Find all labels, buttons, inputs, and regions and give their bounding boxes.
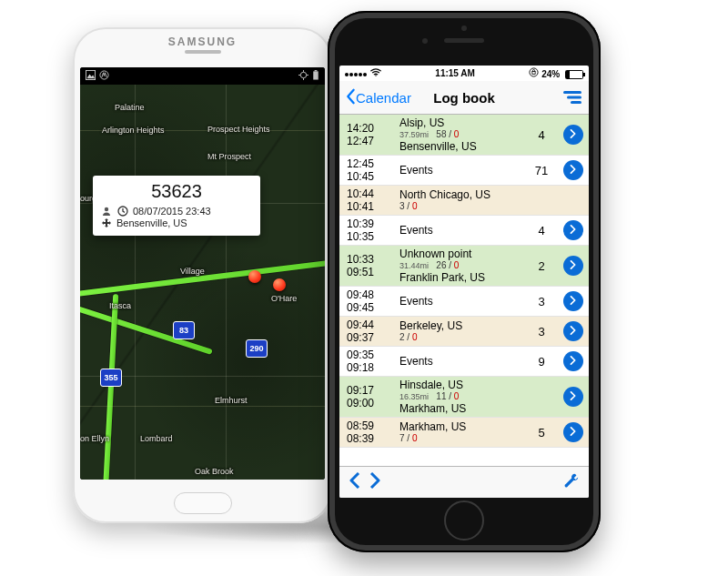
entry-title: Hinsdale, US bbox=[399, 379, 522, 391]
log-entry[interactable]: 09:3509:18Events9 bbox=[339, 347, 589, 377]
back-button[interactable]: Calendar bbox=[345, 88, 411, 107]
entry-title: Berkeley, US bbox=[399, 319, 522, 332]
svg-point-12 bbox=[375, 75, 377, 76]
entry-times: 09:4809:45 bbox=[339, 287, 397, 316]
disclosure-button[interactable] bbox=[563, 125, 583, 145]
entry-times: 12:4510:45 bbox=[339, 156, 397, 185]
log-entry[interactable]: 10:3910:35Events4 bbox=[339, 216, 589, 246]
iphone-frame: 11:15 AM 24% Calendar Log book bbox=[328, 11, 601, 552]
map-city-label: Village bbox=[180, 267, 205, 276]
map-city-label: Arlington Heights bbox=[102, 126, 165, 135]
entry-count: 2 bbox=[525, 246, 558, 286]
map-callout[interactable]: 53623 08/07/2015 23:43 Bensenville, US bbox=[93, 176, 260, 236]
settings-button[interactable] bbox=[563, 472, 580, 492]
ios-toolbar bbox=[339, 466, 589, 498]
menu-button[interactable] bbox=[563, 90, 581, 105]
entry-title-2: Franklin Park, US bbox=[399, 271, 522, 284]
chevron-right-icon bbox=[570, 260, 577, 271]
battery-icon bbox=[312, 70, 319, 82]
entry-times: 09:3509:18 bbox=[339, 347, 397, 376]
highway-shield: 290 bbox=[246, 339, 268, 358]
map-pin[interactable] bbox=[273, 278, 286, 291]
map-pin[interactable] bbox=[248, 270, 261, 283]
log-entry[interactable]: 14:2012:47Alsip, US37.59mi 58 / 0Bensenv… bbox=[339, 115, 589, 156]
iphone-front-camera bbox=[422, 38, 428, 44]
chevron-right-icon bbox=[570, 391, 577, 402]
entry-title: Events bbox=[399, 224, 522, 237]
log-entry[interactable]: 12:4510:45Events71 bbox=[339, 156, 589, 186]
disclosure-button[interactable] bbox=[563, 387, 583, 407]
entry-times: 10:4410:41 bbox=[339, 186, 397, 215]
entry-title: North Chicago, US bbox=[399, 188, 522, 201]
log-entry[interactable]: 08:5908:39Markham, US7 / 05 bbox=[339, 418, 589, 448]
android-status-bar bbox=[80, 67, 325, 85]
samsung-phone-frame: SAMSUNG bbox=[73, 27, 332, 523]
samsung-home-button[interactable] bbox=[174, 492, 232, 514]
entry-times: 10:3309:51 bbox=[339, 246, 397, 286]
entry-times: 14:2012:47 bbox=[339, 115, 397, 155]
chevron-right-icon bbox=[570, 225, 577, 236]
entry-count: 4 bbox=[525, 115, 558, 155]
entry-count: 9 bbox=[525, 347, 558, 376]
entry-times: 09:1709:00 bbox=[339, 377, 397, 417]
iphone-proximity-sensor bbox=[461, 25, 467, 31]
map-view[interactable]: PalatineArlington HeightsProspect Height… bbox=[80, 85, 325, 480]
log-list[interactable]: 14:2012:47Alsip, US37.59mi 58 / 0Bensenv… bbox=[339, 115, 589, 466]
crosshair-icon bbox=[298, 70, 308, 82]
entry-title: Unknown point bbox=[399, 248, 522, 260]
disclosure-button[interactable] bbox=[563, 351, 583, 371]
entry-miles: 16.35mi bbox=[399, 392, 429, 401]
entry-title: Alsip, US bbox=[399, 116, 522, 129]
disclosure-button[interactable] bbox=[563, 256, 583, 276]
entry-title: Markham, US bbox=[399, 420, 522, 433]
callout-timestamp: 08/07/2015 23:43 bbox=[133, 206, 211, 217]
highway-shield: 355 bbox=[100, 369, 122, 387]
clock-icon bbox=[116, 205, 128, 217]
log-entry[interactable]: 09:1709:00Hinsdale, US16.35mi 11 / 0Mark… bbox=[339, 377, 589, 418]
disclosure-button[interactable] bbox=[563, 220, 583, 240]
callout-id-label: 53623 bbox=[100, 181, 253, 202]
signal-strength-icon bbox=[345, 68, 370, 78]
disclosure-button[interactable] bbox=[563, 422, 583, 442]
rotation-lock-icon bbox=[529, 69, 541, 79]
next-button[interactable] bbox=[369, 472, 381, 492]
chevron-right-icon bbox=[570, 129, 577, 140]
entry-ratio: 37.59mi 58 / 0 bbox=[399, 129, 522, 140]
chevron-right-icon bbox=[570, 356, 577, 367]
samsung-screen: PalatineArlington HeightsProspect Height… bbox=[80, 67, 325, 480]
menu-icon bbox=[563, 90, 581, 105]
highway-shield: 83 bbox=[173, 321, 195, 339]
map-city-label: Oak Brook bbox=[195, 467, 234, 476]
disclosure-button[interactable] bbox=[563, 321, 583, 341]
disclosure-button[interactable] bbox=[563, 291, 583, 311]
entry-title: Events bbox=[399, 295, 522, 308]
entry-count: 3 bbox=[525, 287, 558, 316]
log-entry[interactable]: 10:4410:41North Chicago, US3 / 0 bbox=[339, 186, 589, 216]
image-icon bbox=[86, 70, 96, 82]
entry-title-2: Bensenville, US bbox=[399, 140, 522, 153]
disclosure-button[interactable] bbox=[563, 160, 583, 180]
samsung-brand-label: SAMSUNG bbox=[73, 27, 332, 48]
back-button-label: Calendar bbox=[356, 90, 411, 106]
prev-button[interactable] bbox=[349, 472, 361, 492]
entry-times: 09:4409:37 bbox=[339, 317, 397, 346]
svg-rect-9 bbox=[315, 70, 318, 71]
chevron-left-icon bbox=[345, 88, 356, 107]
iphone-speaker bbox=[444, 38, 484, 43]
person-icon bbox=[100, 205, 112, 217]
chevron-right-icon bbox=[570, 296, 577, 307]
iphone-home-button[interactable] bbox=[444, 500, 484, 541]
map-city-label: Mt Prospect bbox=[207, 152, 251, 161]
svg-rect-17 bbox=[571, 101, 581, 104]
log-entry[interactable]: 10:3309:51Unknown point31.44mi 26 / 0Fra… bbox=[339, 246, 589, 287]
entry-count: 4 bbox=[525, 216, 558, 245]
entry-title-2: Markham, US bbox=[399, 402, 522, 415]
chevron-right-icon bbox=[570, 326, 577, 337]
log-entry[interactable]: 09:4809:45Events3 bbox=[339, 287, 589, 317]
entry-ratio: 7 / 0 bbox=[399, 433, 522, 444]
map-city-label: Prospect Heights bbox=[207, 125, 270, 134]
log-entry[interactable]: 09:4409:37Berkeley, US2 / 03 bbox=[339, 317, 589, 347]
wifi-icon bbox=[370, 68, 381, 78]
entry-title: Events bbox=[399, 164, 522, 177]
map-city-label: Elmhurst bbox=[215, 396, 248, 405]
